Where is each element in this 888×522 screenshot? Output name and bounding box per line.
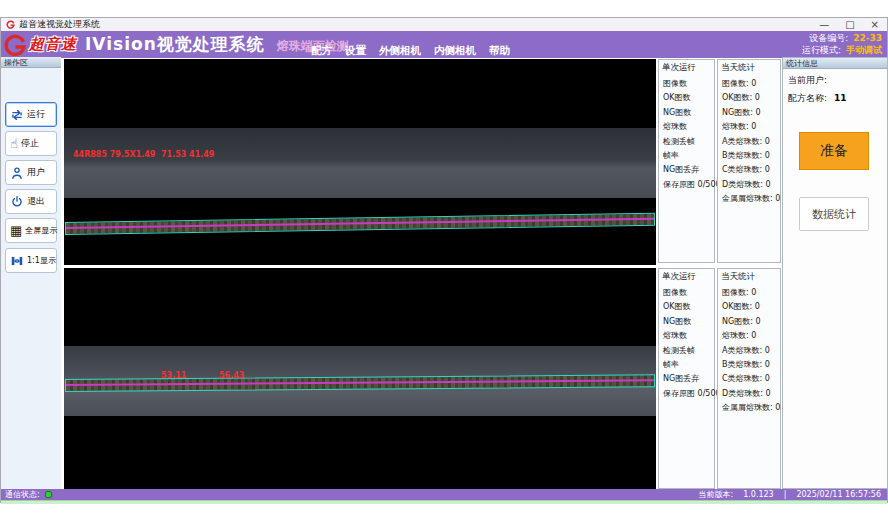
app-title: IVision视觉处理系统	[85, 33, 265, 56]
stat-row: NG图数	[659, 106, 714, 120]
comm-status-green-icon	[45, 491, 52, 498]
stat-row: 图像数: 0	[718, 286, 780, 300]
user-button[interactable]: 用户	[5, 160, 57, 185]
stat-row: 金属屑熔珠数: 0	[718, 401, 780, 415]
stat-row: B类熔珠数: 0	[718, 149, 780, 163]
main-menu: 配方 设置 外侧相机 内侧相机 帮助	[311, 44, 510, 58]
device-number-label: 设备编号:	[809, 32, 848, 44]
detection-roi-box-top	[65, 213, 655, 235]
stat-row: OK图数: 0	[718, 91, 780, 105]
stat-row: OK图数	[659, 91, 714, 105]
stat-row: 金属屑熔珠数: 0	[718, 192, 780, 206]
app-window: 超音速视觉处理系统 — □ × 超音速 IVision视觉处理系统 熔珠端面检测…	[0, 17, 888, 503]
recipe-name-value: 11	[834, 93, 847, 103]
stat-row: C类熔珠数: 0	[718, 372, 780, 386]
stat-row: NG图丢弃	[659, 372, 714, 386]
version-label: 当前版本:	[698, 489, 733, 500]
exit-button[interactable]: 退出	[5, 189, 57, 214]
measurement-annotation: 53.11	[161, 372, 186, 380]
stat-row: 图像数	[659, 77, 714, 91]
stat-row: OK图数	[659, 300, 714, 314]
stat-row: 熔珠数: 0	[718, 120, 780, 134]
current-user-label: 当前用户:	[788, 75, 827, 85]
statistics-info-title: 统计信息	[783, 58, 887, 69]
recipe-name-label: 配方名称:	[788, 93, 827, 103]
single-run-panel-top: 单次运行 图像数OK图数NG图数熔珠数检测丢帧帧率NG图丢弃保存原图 0/500	[658, 59, 715, 263]
run-mode-label: 运行模式:	[802, 44, 841, 56]
hand-icon: ☝	[10, 137, 18, 150]
power-icon	[10, 195, 24, 209]
brand-logo-icon	[3, 33, 27, 57]
current-user-row: 当前用户:	[783, 74, 887, 87]
close-button[interactable]: ×	[871, 18, 879, 31]
camera-viewport-bottom: 53.11 56.43	[64, 268, 656, 489]
detection-centerline-top	[66, 218, 654, 229]
fullscreen-button[interactable]: ▦ 全屏显示	[5, 218, 57, 243]
stat-row: OK图数: 0	[718, 300, 780, 314]
dither-square-icon: ▦	[10, 224, 22, 237]
window-bottom-strip	[1, 500, 887, 504]
groupbox-title: 单次运行	[659, 60, 714, 77]
loop-arrows-icon	[10, 108, 24, 122]
stat-row: 帧率	[659, 149, 714, 163]
operation-sidebar: 操作区 运行 ☝ 停止	[1, 57, 61, 489]
stop-button[interactable]: ☝ 停止	[5, 131, 57, 156]
brand-name: 超音速	[29, 35, 77, 54]
app-logo-icon	[6, 20, 15, 29]
app-root: 超音速视觉处理系统 — □ × 超音速 IVision视觉处理系统 熔珠端面检测…	[0, 0, 888, 522]
stat-row: NG图数	[659, 315, 714, 329]
one-to-one-button[interactable]: 1:1显示	[5, 248, 57, 273]
window-title: 超音速视觉处理系统	[19, 18, 100, 31]
status-bar: 通信状态: 当前版本: 1.0.123 | 2025/02/11 16:57:5…	[1, 489, 887, 500]
menu-item-recipe[interactable]: 配方	[311, 44, 332, 58]
statusbar-datetime: 2025/02/11 16:57:56	[796, 490, 881, 499]
device-info: 设备编号: 22-33 运行模式: 手动调试	[802, 32, 882, 56]
stat-row: 保存原图 0/500	[659, 387, 714, 401]
measurement-annotation: 44R885 79.5X1.49 71.53 41.49	[73, 151, 214, 159]
sidebar-title: 操作区	[1, 57, 61, 68]
window-controls: — □ ×	[819, 18, 879, 31]
minimize-button[interactable]: —	[819, 18, 829, 31]
run-button[interactable]: 运行	[5, 102, 57, 127]
measurement-annotation: 56.43	[219, 372, 244, 380]
header-bar: 超音速 IVision视觉处理系统 熔珠端面检测 配方 设置 外侧相机 内侧相机…	[1, 31, 887, 58]
stat-row: D类熔珠数: 0	[718, 178, 780, 192]
stat-row: A类熔珠数: 0	[718, 135, 780, 149]
statusbar-separator: |	[784, 490, 787, 499]
data-statistics-button[interactable]: 数据统计	[799, 197, 869, 231]
groupbox-title: 当天统计	[718, 269, 780, 286]
groupbox-title: 单次运行	[659, 269, 714, 286]
today-stats-panel-bottom: 当天统计 图像数: 0OK图数: 0NG图数: 0熔珠数: 0A类熔珠数: 0B…	[717, 268, 781, 489]
stat-row: D类熔珠数: 0	[718, 387, 780, 401]
stat-row: 保存原图 0/500	[659, 178, 714, 192]
menu-item-help[interactable]: 帮助	[489, 44, 510, 58]
stat-row: 帧率	[659, 358, 714, 372]
stat-row: 检测丢帧	[659, 135, 714, 149]
stat-row: B类熔珠数: 0	[718, 358, 780, 372]
stat-row: 检测丢帧	[659, 344, 714, 358]
prepare-button[interactable]: 准备	[799, 132, 869, 170]
run-mode-value: 手动调试	[846, 44, 882, 56]
stat-row: 熔珠数: 0	[718, 329, 780, 343]
weld-strip-image-top	[64, 128, 656, 198]
recipe-name-row: 配方名称: 11	[783, 92, 887, 105]
titlebar: 超音速视觉处理系统 — □ ×	[1, 18, 887, 31]
restore-button[interactable]: □	[845, 18, 854, 31]
single-run-panel-bottom: 单次运行 图像数OK图数NG图数熔珠数检测丢帧帧率NG图丢弃保存原图 0/500	[658, 268, 715, 489]
today-stats-panel-top: 当天统计 图像数: 0OK图数: 0NG图数: 0熔珠数: 0A类熔珠数: 0B…	[717, 59, 781, 263]
menu-item-inner-camera[interactable]: 内侧相机	[434, 44, 476, 58]
menu-item-settings[interactable]: 设置	[345, 44, 366, 58]
one-to-one-icon	[10, 254, 24, 268]
stat-row: NG图数: 0	[718, 106, 780, 120]
statusbar-right: 当前版本: 1.0.123 | 2025/02/11 16:57:56	[698, 489, 881, 500]
statistics-info-panel: 统计信息 当前用户: 配方名称: 11 准备 数据统计	[782, 57, 888, 489]
stat-row: C类熔珠数: 0	[718, 163, 780, 177]
stat-row: NG图丢弃	[659, 163, 714, 177]
stat-row: 图像数	[659, 286, 714, 300]
comm-status-label: 通信状态:	[5, 489, 40, 500]
groupbox-title: 当天统计	[718, 60, 780, 77]
menu-item-outer-camera[interactable]: 外侧相机	[379, 44, 421, 58]
stat-row: A类熔珠数: 0	[718, 344, 780, 358]
device-number-value: 22-33	[853, 32, 882, 44]
stat-row: 熔珠数	[659, 329, 714, 343]
